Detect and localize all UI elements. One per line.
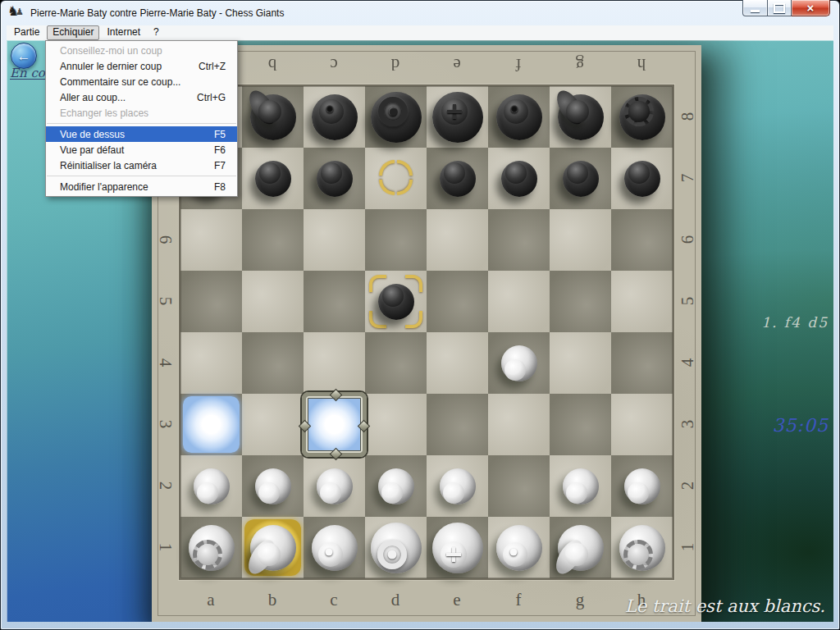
rank-label-left-5: 5 bbox=[153, 289, 178, 313]
rank-label-left-6: 6 bbox=[153, 227, 178, 252]
window-title: Pierre-Marie Baty contre Pierre-Marie Ba… bbox=[30, 7, 284, 19]
rank-label-right-2: 2 bbox=[675, 473, 700, 498]
file-label-bottom-a: a bbox=[199, 587, 223, 612]
maximize-button[interactable] bbox=[768, 0, 792, 16]
menu-item[interactable]: Modifier l'apparenceF8 bbox=[46, 179, 237, 194]
minimize-icon bbox=[751, 10, 760, 12]
file-label-top-e: e bbox=[445, 52, 469, 77]
menu-item-shortcut: Ctrl+G bbox=[177, 92, 226, 103]
file-label-top-c: c bbox=[322, 52, 346, 77]
close-button[interactable]: × bbox=[792, 0, 830, 16]
menubar-item-aide[interactable]: ? bbox=[148, 25, 165, 40]
menu-item-shortcut: F6 bbox=[194, 144, 226, 156]
menu-bar: PartieEchiquierInternet? bbox=[7, 25, 833, 40]
menubar-item-internet[interactable]: Internet bbox=[101, 25, 146, 40]
menu-item[interactable]: Vue de dessusF5 bbox=[46, 126, 237, 142]
file-label-top-d: d bbox=[383, 52, 408, 77]
maximize-icon bbox=[774, 3, 785, 13]
rank-label-right-8: 8 bbox=[675, 104, 700, 129]
menu-item-shortcut: F5 bbox=[194, 129, 226, 140]
rank-label-right-6: 6 bbox=[675, 227, 700, 252]
menu-item[interactable]: Annuler le dernier coupCtrl+Z bbox=[46, 58, 237, 74]
menu-item[interactable]: Echanger les places bbox=[46, 105, 237, 121]
menu-item-label: Annuler le dernier coup bbox=[60, 61, 162, 72]
rank-label-left-3: 3 bbox=[153, 412, 178, 436]
file-label-top-f: f bbox=[506, 52, 531, 77]
clock: 35:05 bbox=[773, 415, 829, 436]
file-label-top-b: b bbox=[260, 52, 285, 77]
title-bar[interactable]: ♞ ♟ Pierre-Marie Baty contre Pierre-Mari… bbox=[0, 0, 840, 25]
back-arrow-icon: ← bbox=[17, 49, 31, 63]
pawn-icon: ♟ bbox=[16, 7, 24, 17]
rank-label-left-4: 4 bbox=[153, 350, 178, 375]
rank-label-right-3: 3 bbox=[675, 412, 700, 436]
file-label-bottom-d: d bbox=[383, 587, 408, 612]
menu-item-label: Conseillez-moi un coup bbox=[60, 45, 162, 57]
menu-separator bbox=[47, 176, 236, 176]
menubar-item-partie[interactable]: Partie bbox=[8, 25, 45, 40]
file-label-bottom-c: c bbox=[322, 587, 346, 612]
file-label-top-h: h bbox=[629, 52, 654, 77]
menu-item-shortcut: F8 bbox=[194, 181, 226, 193]
menu-item-label: Echanger les places bbox=[60, 107, 148, 119]
menu-separator bbox=[47, 123, 236, 124]
file-label-bottom-e: e bbox=[445, 587, 469, 612]
caption-buttons: × bbox=[742, 0, 830, 16]
menu-item-label: Commentaire sur ce coup... bbox=[60, 76, 180, 88]
app-icon: ♞ ♟ bbox=[7, 6, 24, 21]
close-icon: × bbox=[807, 2, 815, 14]
rank-label-right-7: 7 bbox=[675, 166, 700, 190]
minimize-button[interactable] bbox=[742, 0, 768, 16]
menu-item[interactable]: Vue par défautF6 bbox=[46, 142, 237, 158]
menu-item-label: Vue par défaut bbox=[60, 144, 124, 156]
rank-label-right-5: 5 bbox=[675, 289, 700, 313]
file-label-bottom-f: f bbox=[506, 587, 531, 612]
menu-item-label: Réinitialiser la caméra bbox=[60, 160, 157, 171]
rank-label-right-1: 1 bbox=[675, 535, 700, 559]
rank-label-left-2: 2 bbox=[153, 473, 178, 498]
turn-message: Le trait est aux blancs. bbox=[625, 596, 825, 616]
menu-item-label: Aller au coup... bbox=[60, 92, 126, 103]
menu-item[interactable]: Commentaire sur ce coup... bbox=[46, 74, 237, 89]
rank-label-right-4: 4 bbox=[675, 350, 700, 375]
application-window: ♞ ♟ Pierre-Marie Baty contre Pierre-Mari… bbox=[0, 0, 840, 630]
file-label-bottom-g: g bbox=[568, 587, 592, 612]
menu-item[interactable]: Réinitialiser la caméraF7 bbox=[46, 158, 237, 173]
menubar-item-echiquier[interactable]: Echiquier bbox=[47, 25, 99, 40]
playing-area-border bbox=[179, 84, 674, 580]
menu-item[interactable]: Conseillez-moi un coup bbox=[46, 43, 237, 58]
menu-item-shortcut: F7 bbox=[194, 160, 226, 171]
menu-item[interactable]: Aller au coup...Ctrl+G bbox=[46, 89, 237, 105]
file-label-bottom-b: b bbox=[260, 587, 285, 612]
menu-item-label: Vue de dessus bbox=[60, 129, 125, 140]
file-label-top-g: g bbox=[568, 52, 592, 77]
rank-label-left-1: 1 bbox=[153, 535, 178, 559]
echiquier-menu: Conseillez-moi un coupAnnuler le dernier… bbox=[45, 40, 238, 197]
menu-item-label: Modifier l'apparence bbox=[60, 181, 148, 193]
move-list: 1. f4 d5 bbox=[761, 314, 829, 331]
menu-item-shortcut: Ctrl+Z bbox=[179, 61, 226, 72]
